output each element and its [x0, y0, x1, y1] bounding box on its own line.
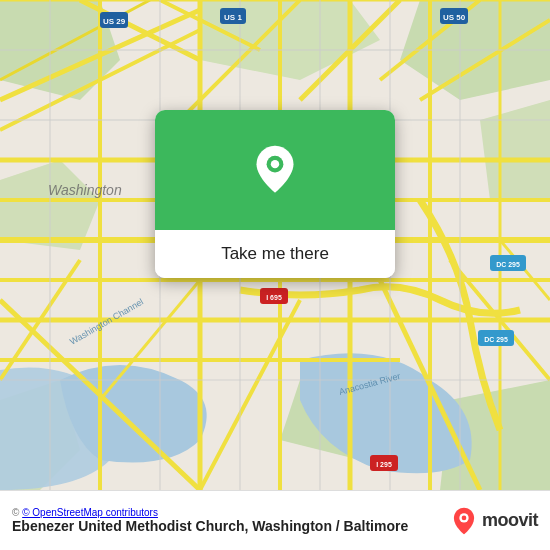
map-container: US 29 US 1 US 50 I 695 I 295 DC 295 DC 2… — [0, 0, 550, 490]
svg-point-69 — [462, 515, 467, 520]
moovit-logo: moovit — [450, 507, 538, 535]
bottom-content: © © OpenStreetMap contributors Ebenezer … — [12, 507, 440, 534]
bottom-bar: © © OpenStreetMap contributors Ebenezer … — [0, 490, 550, 550]
moovit-text: moovit — [482, 510, 538, 531]
card-map-area — [155, 110, 395, 230]
svg-point-67 — [271, 160, 279, 168]
svg-text:I 695: I 695 — [266, 294, 282, 301]
location-pin-icon — [249, 144, 301, 196]
take-me-there-button[interactable]: Take me there — [155, 230, 395, 278]
svg-text:DC 295: DC 295 — [496, 261, 520, 268]
svg-text:US 1: US 1 — [224, 13, 242, 22]
svg-text:US 29: US 29 — [103, 17, 126, 26]
svg-text:Washington: Washington — [48, 182, 122, 198]
osm-link[interactable]: © OpenStreetMap contributors — [22, 507, 158, 518]
location-card: Take me there — [155, 110, 395, 278]
moovit-pin-icon — [450, 507, 478, 535]
svg-text:DC 295: DC 295 — [484, 336, 508, 343]
osm-attribution: © © OpenStreetMap contributors — [12, 507, 440, 518]
svg-text:I 295: I 295 — [376, 461, 392, 468]
svg-text:US 50: US 50 — [443, 13, 466, 22]
place-name: Ebenezer United Methodist Church, Washin… — [12, 518, 440, 534]
osm-copyright: © — [12, 507, 22, 518]
